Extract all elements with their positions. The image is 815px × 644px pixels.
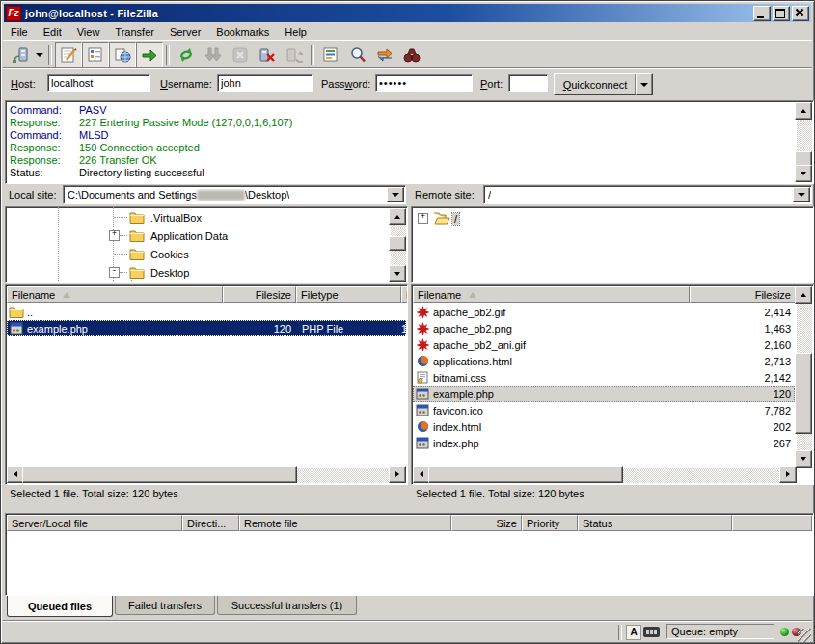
- sync-icon: [376, 46, 394, 64]
- disconnect-button[interactable]: [254, 42, 281, 67]
- site-manager-dropdown[interactable]: [34, 43, 45, 67]
- tree-item-virtualbox[interactable]: .VirtualBox: [6, 208, 407, 227]
- queue-header-remote-file[interactable]: Remote file: [239, 515, 451, 531]
- queue-header-status[interactable]: Status: [578, 515, 732, 531]
- quickconnect-button[interactable]: Quickconnect: [554, 73, 637, 95]
- remote-site-combo[interactable]: /: [483, 185, 812, 204]
- toggle-transfer-queue-button[interactable]: [136, 42, 163, 67]
- queue-header-priority[interactable]: Priority: [522, 515, 578, 531]
- scroll-right-button[interactable]: [779, 466, 797, 483]
- scroll-up-button[interactable]: [795, 102, 812, 120]
- site-manager-button[interactable]: [7, 42, 34, 67]
- menu-transfer[interactable]: Transfer: [107, 24, 162, 40]
- reconnect-button[interactable]: [281, 42, 308, 67]
- file-row[interactable]: index.php 267: [413, 435, 795, 451]
- file-size: 120: [691, 389, 791, 400]
- cancel-operation-button[interactable]: [227, 42, 254, 67]
- close-button[interactable]: [792, 6, 809, 21]
- scroll-thumb[interactable]: [428, 466, 623, 483]
- tab-failed-transfers[interactable]: Failed transfers: [115, 596, 215, 615]
- tree-item-label: /: [452, 213, 459, 225]
- file-row[interactable]: apache_pb2.gif 2,414: [413, 304, 795, 320]
- column-header-filesize[interactable]: Filesize: [690, 286, 796, 303]
- chevron-down-icon: [36, 53, 43, 57]
- tree-item-cookies[interactable]: Cookies: [6, 245, 407, 263]
- chevron-down-icon: [640, 83, 648, 87]
- file-row[interactable]: apache_pb2.png 1,463: [413, 320, 795, 336]
- tree-item-root[interactable]: + /: [412, 209, 813, 228]
- find-files-button[interactable]: [398, 42, 425, 67]
- process-queue-button[interactable]: [200, 42, 227, 67]
- scroll-thumb[interactable]: [795, 353, 812, 434]
- file-row[interactable]: apache_pb2_ani.gif 2,160: [413, 336, 795, 353]
- expand-icon[interactable]: +: [109, 230, 120, 241]
- menu-edit[interactable]: Edit: [36, 24, 69, 40]
- column-header-filesize[interactable]: Filesize: [223, 286, 296, 303]
- maximize-button[interactable]: [773, 6, 790, 21]
- local-site-dropdown[interactable]: [387, 187, 404, 202]
- menu-file[interactable]: File: [3, 24, 36, 40]
- filename-filters-button[interactable]: [317, 42, 344, 67]
- file-row[interactable]: applications.html 2,713: [413, 353, 795, 369]
- host-input[interactable]: [47, 74, 150, 92]
- scroll-up-button[interactable]: [389, 208, 406, 225]
- directory-comparison-button[interactable]: [344, 42, 371, 67]
- toggle-remote-tree-button[interactable]: [109, 42, 136, 67]
- menu-bookmarks[interactable]: Bookmarks: [208, 24, 277, 40]
- file-row[interactable]: index.html 202: [413, 418, 795, 435]
- toggle-message-log-button[interactable]: [55, 42, 82, 67]
- remote-site-dropdown[interactable]: [793, 187, 810, 202]
- collapse-icon[interactable]: -: [109, 267, 120, 278]
- app-icon[interactable]: Fz: [6, 6, 21, 21]
- log-line: Command:MLSD: [10, 129, 109, 141]
- column-header-lastmodified[interactable]: L: [401, 286, 408, 303]
- file-row-parent-dir[interactable]: ..: [7, 304, 404, 320]
- column-header-filename[interactable]: Filename: [413, 286, 690, 303]
- file-row-example-php[interactable]: example.php 120 PHP File 1: [7, 320, 406, 336]
- tab-queued-files[interactable]: Queued files: [7, 596, 113, 617]
- transfer-queue-icon: [141, 46, 158, 64]
- redacted-username: [197, 190, 245, 201]
- queue-header-server-local-file[interactable]: Server/Local file: [7, 515, 182, 531]
- speedlimit-indicator-icon[interactable]: [643, 627, 660, 637]
- title-bar[interactable]: Fz john@localhost - FileZilla: [4, 4, 811, 22]
- file-size: 120: [224, 323, 291, 335]
- arrow-left-icon: [420, 471, 423, 477]
- toggle-local-tree-button[interactable]: [82, 42, 109, 67]
- scroll-right-button[interactable]: [389, 466, 406, 483]
- resize-grip[interactable]: [798, 629, 811, 642]
- file-size: 2,713: [691, 356, 791, 367]
- file-row[interactable]: favicon.ico 7,782: [413, 402, 795, 418]
- transfer-type-indicator-icon[interactable]: A: [626, 625, 641, 640]
- password-input[interactable]: [375, 74, 473, 92]
- queue-header-size[interactable]: Size: [451, 515, 522, 531]
- quickconnect-dropdown[interactable]: [636, 73, 653, 95]
- menu-server[interactable]: Server: [162, 24, 208, 40]
- scroll-down-button[interactable]: [795, 450, 812, 468]
- file-row-example-php[interactable]: example.php 120: [413, 386, 795, 402]
- scroll-down-button[interactable]: [389, 265, 406, 282]
- column-header-filename[interactable]: Filename: [7, 286, 223, 303]
- scroll-thumb[interactable]: [22, 466, 297, 483]
- synchronized-browsing-button[interactable]: [371, 42, 398, 67]
- menu-view[interactable]: View: [69, 24, 108, 40]
- menu-help[interactable]: Help: [277, 24, 314, 40]
- maximize-icon: [775, 9, 785, 18]
- local-site-row: Local site: C:\Documents and Settings\De…: [5, 185, 406, 206]
- queue-header-direction[interactable]: Directi...: [182, 515, 239, 531]
- username-input[interactable]: [217, 74, 313, 92]
- scroll-down-button[interactable]: [795, 165, 812, 182]
- tree-item-application-data[interactable]: + Application Data: [6, 227, 407, 245]
- scroll-up-button[interactable]: [795, 286, 812, 304]
- refresh-button[interactable]: [173, 42, 200, 67]
- scroll-thumb[interactable]: [389, 236, 406, 251]
- tree-item-desktop[interactable]: - Desktop: [6, 263, 407, 282]
- local-site-combo[interactable]: C:\Documents and Settings\Desktop\: [63, 185, 406, 204]
- file-row[interactable]: bitnami.css 2,142: [413, 369, 795, 386]
- port-input[interactable]: [508, 74, 548, 92]
- column-header-filetype[interactable]: Filetype: [296, 286, 401, 303]
- tab-successful-transfers[interactable]: Successful transfers (1): [217, 596, 357, 615]
- file-type: PHP File: [302, 323, 343, 335]
- minimize-button[interactable]: [753, 6, 771, 21]
- expand-icon[interactable]: +: [418, 213, 428, 224]
